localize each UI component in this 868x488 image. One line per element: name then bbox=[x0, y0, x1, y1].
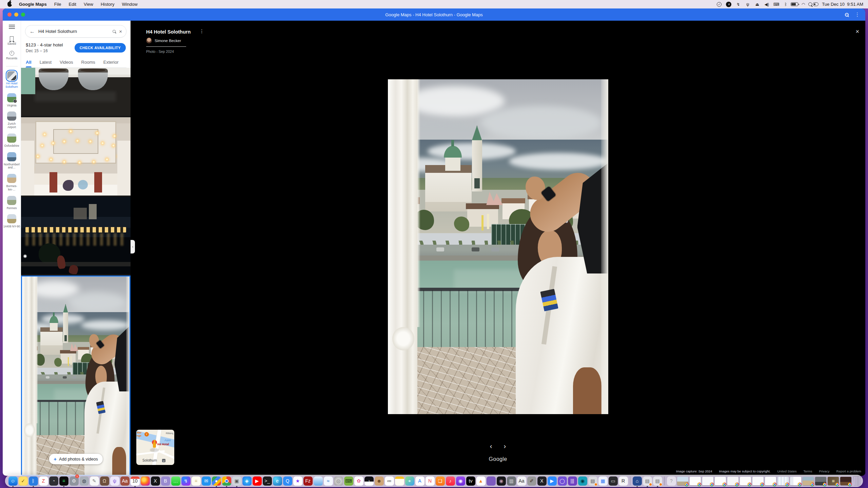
more-menu-icon[interactable]: ⋮ bbox=[855, 13, 860, 16]
pegman-icon[interactable] bbox=[153, 442, 156, 448]
dock-icon-zoom[interactable]: ▶ bbox=[547, 475, 557, 487]
dock-icon-gimp[interactable]: ✐ bbox=[527, 475, 536, 487]
dock-icon-system-settings[interactable]: ⚙ 1 bbox=[69, 475, 79, 487]
dock-icon-mail[interactable]: ✉ bbox=[201, 475, 211, 487]
dock-icon-fitness-app[interactable]: X bbox=[151, 475, 160, 487]
dock-icon-usb-utility[interactable]: ψ bbox=[110, 475, 119, 487]
photo-tab[interactable]: Rooms bbox=[81, 57, 95, 67]
dock-icon-messenger[interactable]: ↯ bbox=[181, 475, 191, 487]
dock-icon-minimized-chrome-page[interactable] bbox=[714, 475, 726, 487]
thumbnail-night-river[interactable] bbox=[21, 197, 131, 274]
check-availability-button[interactable]: CHECK AVAILABILITY bbox=[75, 43, 126, 53]
dock-icon-books[interactable]: ❏ bbox=[435, 475, 445, 487]
dock-icon-notes[interactable] bbox=[395, 475, 404, 487]
dock-icon-minimized-person-photo[interactable] bbox=[815, 475, 827, 487]
dock-icon-printer-badge-2[interactable]: ▤ bbox=[653, 475, 662, 487]
dock-icon-dictionary[interactable]: Aa bbox=[120, 475, 130, 487]
status-icon[interactable]: ψ bbox=[743, 1, 752, 7]
dock-icon-vlc[interactable]: ▲ bbox=[476, 475, 486, 487]
dock-icon-minimized-chrome-page[interactable] bbox=[765, 475, 776, 487]
dock-icon-disk-utility[interactable]: ◍ bbox=[79, 475, 89, 487]
dock-icon-ghost-window[interactable]: ? bbox=[667, 475, 676, 487]
recent-place-item[interactable]: Northumberland… bbox=[3, 152, 21, 170]
thumbnail-balcony-selected[interactable] bbox=[21, 276, 131, 476]
hamburger-menu-icon[interactable] bbox=[9, 25, 15, 29]
dock-icon-print-center-blue[interactable]: ▦ bbox=[598, 475, 608, 487]
dock-icon-textedit[interactable]: ✎ bbox=[90, 475, 99, 487]
photo-author[interactable]: Simone Becker bbox=[146, 38, 186, 47]
dock-icon-webcam-app[interactable]: ◉ bbox=[578, 475, 587, 487]
dock-icon-firefox[interactable] bbox=[140, 475, 150, 487]
search-icon[interactable] bbox=[845, 13, 849, 17]
status-icon[interactable]: ᛒ bbox=[781, 1, 790, 7]
back-arrow-icon[interactable]: ← bbox=[29, 28, 35, 35]
dock-icon-printer-chat-app[interactable]: ▤ bbox=[588, 475, 597, 487]
dock-icon-terminal[interactable]: >_ bbox=[262, 475, 272, 487]
dock-icon-printer-badge-1[interactable]: ▤ bbox=[643, 475, 652, 487]
dock-icon-minimized-photo-window[interactable] bbox=[677, 475, 689, 487]
dock-icon-minimized-list-window[interactable] bbox=[790, 475, 802, 487]
dock-icon-screenshot-utility[interactable]: ▣ bbox=[232, 475, 241, 487]
window-titlebar[interactable]: Google Maps - H4 Hotel Solothurn - Googl… bbox=[3, 8, 865, 21]
dock-icon-safari[interactable]: ◈ bbox=[242, 475, 252, 487]
dock-icon-minimized-chrome-page[interactable] bbox=[702, 475, 714, 487]
dock-icon-photos[interactable]: ✿ bbox=[354, 475, 363, 487]
dock-icon-minimized-doc-window[interactable] bbox=[777, 475, 789, 487]
dock-icon-trash[interactable] bbox=[852, 475, 862, 487]
status-icon[interactable]: ↯ bbox=[734, 1, 743, 7]
dock-icon-star-app[interactable]: ★ bbox=[293, 475, 302, 487]
dock-icon-music[interactable]: ♪ bbox=[446, 475, 455, 487]
status-icon[interactable]: ⌨ bbox=[772, 1, 781, 7]
menu-item[interactable]: History bbox=[97, 2, 118, 7]
recent-place-item[interactable]: Rennes bbox=[3, 196, 21, 210]
fine-print-item[interactable]: United States bbox=[777, 469, 797, 473]
dock-icon-printer-black[interactable]: ▭ bbox=[608, 475, 618, 487]
recent-place-item[interactable]: H4 Hotel Solothurn bbox=[3, 71, 21, 89]
menu-item[interactable]: Edit bbox=[65, 2, 80, 7]
status-icon[interactable]: ◠ bbox=[799, 1, 808, 7]
fine-print-item[interactable]: Privacy bbox=[819, 469, 829, 473]
dock-icon-openoffice[interactable]: ≈ bbox=[323, 475, 333, 487]
menu-item[interactable]: View bbox=[80, 2, 97, 7]
dock-icon-r-app[interactable]: R bbox=[618, 475, 628, 487]
dock-icon-quicktime[interactable]: Q bbox=[283, 475, 292, 487]
dock-icon-equalizer-app[interactable]: ≡ bbox=[59, 475, 68, 487]
fine-print-item[interactable]: Terms bbox=[804, 469, 812, 473]
sidebar-item-saved[interactable]: Saved bbox=[7, 36, 16, 45]
status-icon[interactable] bbox=[791, 2, 798, 6]
dock-icon-bbedit[interactable]: B bbox=[161, 475, 170, 487]
dock-icon-filezilla[interactable]: Fz bbox=[303, 475, 313, 487]
dock-icon-dvd-player[interactable]: ◎ bbox=[334, 475, 343, 487]
close-photo-icon[interactable]: × bbox=[855, 28, 859, 35]
dock-icon-hooded-figure-app[interactable]: Ω bbox=[100, 475, 109, 487]
dock-icon-gray-terminal-app[interactable]: ▥ bbox=[507, 475, 516, 487]
thumbnail-hotel-hall[interactable] bbox=[21, 117, 131, 196]
dock-icon-frog-keyboard-app[interactable]: ⌨ bbox=[344, 475, 353, 487]
fine-print-item[interactable]: Report a problem bbox=[836, 469, 861, 473]
next-photo-button[interactable]: › bbox=[504, 443, 506, 449]
dock-icon-separator[interactable] bbox=[629, 475, 632, 487]
recent-place-item[interactable]: Zurich Airport bbox=[3, 111, 21, 129]
recent-place-item[interactable]: 14408 NY-90 bbox=[3, 214, 21, 228]
dock-icon-messages[interactable]: … bbox=[171, 475, 180, 487]
dock-icon-news-app[interactable]: N bbox=[425, 475, 435, 487]
dock-icon-app-store[interactable]: A bbox=[415, 475, 425, 487]
dock-icon-minimized-art-frame[interactable]: ▦ bbox=[827, 475, 839, 487]
dock-icon-font-book[interactable]: Aa bbox=[517, 475, 526, 487]
status-icon[interactable]: ◀) bbox=[762, 1, 771, 7]
dock-icon-bluetooth-app[interactable]: ᛒ bbox=[28, 475, 38, 487]
thumbnail-coffee-cups[interactable] bbox=[21, 68, 131, 116]
menu-item[interactable]: File bbox=[51, 2, 65, 7]
add-photos-button[interactable]: + Add photos & videos bbox=[49, 454, 102, 464]
mini-map[interactable]: Bar nge Y Ritterq Aare H4 Hotel Solothur… bbox=[136, 430, 174, 465]
photo-tab[interactable]: Latest bbox=[40, 57, 52, 67]
clear-search-icon[interactable]: × bbox=[119, 28, 122, 34]
dock-icon-minimized-chrome-page[interactable] bbox=[752, 475, 764, 487]
dock-icon-loopback-app[interactable]: ◯ bbox=[557, 475, 567, 487]
status-icon[interactable]: ıll bbox=[724, 1, 733, 7]
status-icon[interactable]: ✓ bbox=[715, 1, 724, 7]
search-magnifier-icon[interactable] bbox=[113, 30, 116, 33]
photo-options-icon[interactable]: ⋮ bbox=[199, 29, 204, 33]
dock-icon-stickies[interactable]: ≡ bbox=[191, 475, 201, 487]
menu-bar-clock[interactable]: Tue Dec 10 9:51 AM bbox=[822, 2, 863, 7]
